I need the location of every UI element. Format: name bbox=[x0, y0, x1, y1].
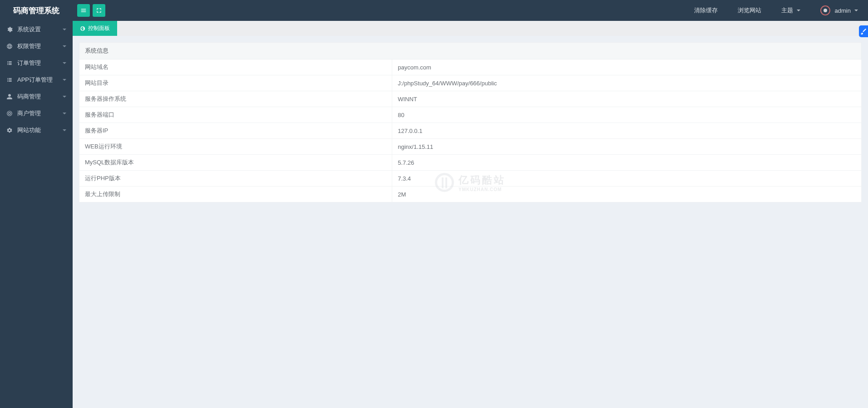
sysinfo-header: 系统信息 bbox=[79, 43, 862, 59]
tabbar: 控制面板 bbox=[73, 21, 868, 36]
target-icon bbox=[6, 110, 13, 117]
table-row: 网站域名paycom.com bbox=[79, 59, 862, 75]
globe-icon bbox=[6, 43, 13, 49]
gear-icon bbox=[6, 26, 13, 33]
table-row: 网站目录J:/phpStudy_64/WWW/pay/666/public bbox=[79, 75, 862, 91]
table-row: 运行PHP版本7.3.4 bbox=[79, 171, 862, 187]
info-value: 127.0.0.1 bbox=[392, 123, 862, 139]
info-value: J:/phpStudy_64/WWW/pay/666/public bbox=[392, 75, 862, 91]
topbar-left-controls bbox=[73, 4, 105, 17]
user-icon bbox=[6, 93, 13, 100]
sidebar-item-label: 订单管理 bbox=[17, 59, 63, 67]
info-value: WINNT bbox=[392, 91, 862, 107]
user-dropdown[interactable]: admin bbox=[810, 0, 868, 21]
list-icon bbox=[6, 60, 13, 66]
info-key: WEB运行环境 bbox=[79, 139, 392, 155]
table-row: 服务器操作系统WINNT bbox=[79, 91, 862, 107]
caret-down-icon bbox=[63, 129, 66, 131]
avatar bbox=[820, 5, 830, 15]
main-area: 控制面板 系统信息 网站域名paycom.com网站目录J:/phpStudy_… bbox=[73, 21, 868, 408]
content-row: 系统设置权限管理订单管理APP订单管理码商管理商户管理网站功能 控制面板 系统信… bbox=[0, 21, 868, 408]
sidebar-item-label: 商户管理 bbox=[17, 109, 63, 118]
sidebar-item-label: 权限管理 bbox=[17, 42, 63, 50]
table-row: 最大上传限制2M bbox=[79, 187, 862, 202]
tab-label: 控制面板 bbox=[88, 25, 110, 32]
topbar-right: 清除缓存 浏览网站 主题 admin bbox=[684, 0, 868, 21]
sidebar-item-1[interactable]: 权限管理 bbox=[0, 38, 73, 54]
info-value: 2M bbox=[392, 187, 862, 202]
list-icon bbox=[6, 77, 13, 83]
sidebar-item-label: 系统设置 bbox=[17, 25, 63, 34]
sidebar-item-label: 网站功能 bbox=[17, 126, 63, 134]
username-label: admin bbox=[835, 7, 851, 14]
caret-down-icon bbox=[63, 45, 66, 47]
fullscreen-button[interactable] bbox=[93, 4, 105, 17]
info-value: 5.7.26 bbox=[392, 155, 862, 171]
sidebar-item-5[interactable]: 商户管理 bbox=[0, 105, 73, 122]
caret-down-icon bbox=[63, 62, 66, 64]
info-key: 服务器IP bbox=[79, 123, 392, 139]
info-value: 7.3.4 bbox=[392, 171, 862, 187]
tab-dashboard[interactable]: 控制面板 bbox=[73, 21, 118, 36]
visit-site-link[interactable]: 浏览网站 bbox=[728, 0, 771, 21]
sysinfo-panel: 系统信息 网站域名paycom.com网站目录J:/phpStudy_64/WW… bbox=[79, 42, 862, 202]
caret-down-icon bbox=[797, 10, 800, 11]
fullscreen-icon bbox=[96, 7, 102, 14]
sidebar-item-2[interactable]: 订单管理 bbox=[0, 54, 73, 71]
cog-icon bbox=[6, 127, 13, 133]
clear-cache-link[interactable]: 清除缓存 bbox=[684, 0, 728, 21]
info-key: 服务器端口 bbox=[79, 107, 392, 123]
edge-feedback-button[interactable] bbox=[859, 25, 868, 37]
caret-down-icon bbox=[63, 79, 66, 81]
info-key: MySQL数据库版本 bbox=[79, 155, 392, 171]
info-key: 网站目录 bbox=[79, 75, 392, 91]
info-key: 服务器操作系统 bbox=[79, 91, 392, 107]
info-key: 最大上传限制 bbox=[79, 187, 392, 202]
table-row: MySQL数据库版本5.7.26 bbox=[79, 155, 862, 171]
sysinfo-table: 系统信息 网站域名paycom.com网站目录J:/phpStudy_64/WW… bbox=[79, 42, 862, 202]
caret-down-icon bbox=[854, 10, 858, 11]
info-key: 网站域名 bbox=[79, 59, 392, 75]
theme-label: 主题 bbox=[781, 6, 793, 15]
app-logo: 码商管理系统 bbox=[0, 0, 73, 21]
info-value: nginx/1.15.11 bbox=[392, 139, 862, 155]
info-value: paycom.com bbox=[392, 59, 862, 75]
sidebar-item-label: APP订单管理 bbox=[17, 76, 63, 84]
info-key: 运行PHP版本 bbox=[79, 171, 392, 187]
globe-icon bbox=[80, 26, 85, 31]
table-row: 服务器端口80 bbox=[79, 107, 862, 123]
app-title: 码商管理系统 bbox=[13, 5, 59, 16]
table-row: WEB运行环境nginx/1.15.11 bbox=[79, 139, 862, 155]
info-value: 80 bbox=[392, 107, 862, 123]
sidebar-item-6[interactable]: 网站功能 bbox=[0, 122, 73, 138]
sidebar-item-3[interactable]: APP订单管理 bbox=[0, 71, 73, 88]
brush-icon bbox=[860, 28, 867, 34]
clear-cache-label: 清除缓存 bbox=[694, 6, 718, 15]
caret-down-icon bbox=[63, 29, 66, 30]
sidebar-item-label: 码商管理 bbox=[17, 93, 63, 101]
sidebar: 系统设置权限管理订单管理APP订单管理码商管理商户管理网站功能 bbox=[0, 21, 73, 408]
caret-down-icon bbox=[63, 96, 66, 98]
sidebar-item-0[interactable]: 系统设置 bbox=[0, 21, 73, 38]
theme-dropdown[interactable]: 主题 bbox=[771, 0, 810, 21]
sidebar-item-4[interactable]: 码商管理 bbox=[0, 88, 73, 105]
toggle-sidebar-button[interactable] bbox=[77, 4, 90, 17]
menu-icon bbox=[80, 7, 87, 14]
topbar: 码商管理系统 清除缓存 浏览网站 主题 admin bbox=[0, 0, 868, 21]
visit-site-label: 浏览网站 bbox=[738, 6, 761, 15]
table-row: 服务器IP127.0.0.1 bbox=[79, 123, 862, 139]
caret-down-icon bbox=[63, 113, 66, 114]
